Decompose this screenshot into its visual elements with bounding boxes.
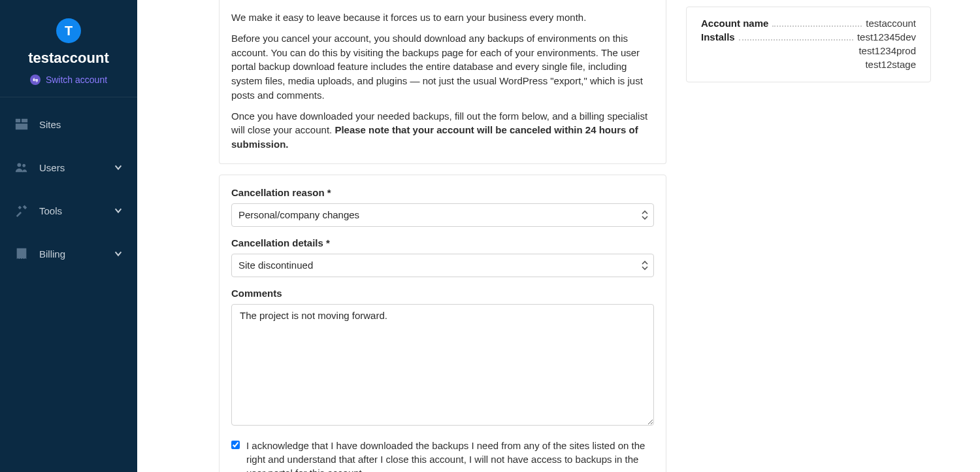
sidebar-item-label: Billing bbox=[39, 248, 114, 260]
switch-account-label: Switch account bbox=[46, 75, 107, 85]
chevron-down-icon bbox=[114, 163, 123, 172]
sidebar-item-label: Users bbox=[39, 162, 114, 173]
svg-point-4 bbox=[22, 164, 25, 167]
chevron-down-icon bbox=[114, 249, 123, 258]
details-select[interactable]: Site discontinued bbox=[231, 254, 654, 277]
info-paragraph: We make it easy to leave because it forc… bbox=[231, 10, 654, 25]
sidebar-item-label: Tools bbox=[39, 205, 114, 216]
billing-icon bbox=[14, 246, 29, 261]
dotted-divider bbox=[739, 39, 853, 41]
panel-install-item: test1234prod bbox=[701, 45, 916, 56]
field-comments: Comments bbox=[231, 288, 654, 428]
account-summary-panel: Account name testaccount Installs test12… bbox=[686, 7, 931, 82]
main-content: We make it easy to leave because it forc… bbox=[219, 0, 666, 472]
chevron-down-icon bbox=[114, 206, 123, 215]
sidebar-item-billing[interactable]: Billing bbox=[0, 232, 137, 275]
acknowledgement-text: I acknowledge that I have downloaded the… bbox=[246, 439, 654, 472]
panel-install-item: test12stage bbox=[701, 59, 916, 70]
switch-account-link[interactable]: ⇆ Switch account bbox=[30, 75, 107, 85]
reason-select[interactable]: Personal/company changes bbox=[231, 203, 654, 227]
field-cancellation-reason: Cancellation reason * Personal/company c… bbox=[231, 187, 654, 227]
switch-icon: ⇆ bbox=[30, 75, 41, 85]
svg-rect-1 bbox=[22, 119, 27, 123]
field-cancellation-details: Cancellation details * Site discontinued bbox=[231, 237, 654, 277]
panel-row-installs: Installs test12345dev bbox=[701, 31, 916, 42]
info-paragraph: Once you have downloaded your needed bac… bbox=[231, 109, 654, 152]
svg-rect-0 bbox=[16, 119, 20, 123]
account-avatar: T bbox=[56, 18, 81, 43]
details-label: Cancellation details * bbox=[231, 237, 654, 248]
acknowledgement-checkbox[interactable] bbox=[231, 441, 240, 449]
sidebar-header: T testaccount ⇆ Switch account bbox=[0, 0, 137, 97]
sidebar-item-label: Sites bbox=[39, 119, 123, 130]
acknowledgement-row: I acknowledge that I have downloaded the… bbox=[231, 439, 654, 472]
tools-icon bbox=[14, 203, 29, 218]
reason-label: Cancellation reason * bbox=[231, 187, 654, 198]
svg-rect-2 bbox=[16, 124, 27, 129]
panel-key: Installs bbox=[701, 31, 735, 42]
sidebar: T testaccount ⇆ Switch account Sites Use… bbox=[0, 0, 137, 472]
sidebar-item-sites[interactable]: Sites bbox=[0, 103, 137, 146]
dotted-divider bbox=[772, 25, 862, 27]
users-icon bbox=[14, 160, 29, 175]
sidebar-nav: Sites Users Tools Billing bbox=[0, 97, 137, 275]
info-paragraph: Before you cancel your account, you shou… bbox=[231, 31, 654, 103]
sites-icon bbox=[14, 117, 29, 131]
svg-point-3 bbox=[17, 163, 21, 167]
cancellation-form: Cancellation reason * Personal/company c… bbox=[219, 175, 666, 472]
panel-value: test12345dev bbox=[857, 31, 916, 42]
panel-row-account-name: Account name testaccount bbox=[701, 18, 916, 29]
sidebar-item-users[interactable]: Users bbox=[0, 146, 137, 189]
comments-textarea[interactable] bbox=[231, 304, 654, 426]
sidebar-account-name: testaccount bbox=[0, 50, 137, 67]
sidebar-item-tools[interactable]: Tools bbox=[0, 189, 137, 232]
panel-key: Account name bbox=[701, 18, 768, 29]
panel-value: testaccount bbox=[866, 18, 916, 29]
comments-label: Comments bbox=[231, 288, 654, 299]
cancellation-info-box: We make it easy to leave because it forc… bbox=[219, 0, 666, 164]
